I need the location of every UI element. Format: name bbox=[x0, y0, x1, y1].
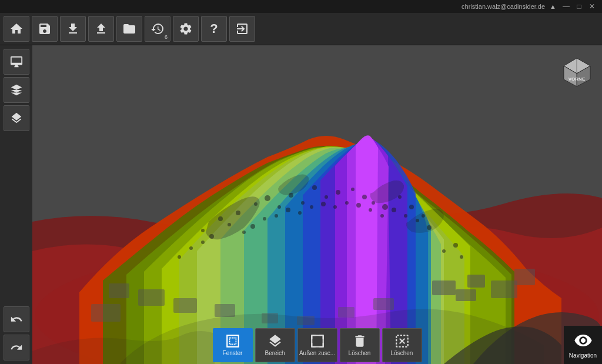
settings-button[interactable] bbox=[173, 16, 199, 42]
history-badge: 6 bbox=[165, 34, 168, 40]
svg-point-41 bbox=[442, 249, 446, 253]
terrain-visualization bbox=[32, 45, 602, 364]
svg-point-33 bbox=[369, 208, 372, 212]
svg-point-27 bbox=[298, 211, 302, 215]
loschen-label-1: Löschen bbox=[349, 350, 371, 356]
svg-rect-55 bbox=[173, 298, 197, 313]
window-controls: — □ ✕ bbox=[561, 1, 597, 12]
svg-point-8 bbox=[289, 193, 293, 198]
redo-button[interactable] bbox=[4, 335, 29, 360]
svg-point-4 bbox=[236, 211, 240, 215]
svg-point-23 bbox=[250, 224, 255, 229]
svg-rect-67 bbox=[227, 335, 239, 347]
svg-point-35 bbox=[392, 208, 396, 212]
svg-point-28 bbox=[310, 205, 313, 209]
svg-rect-48 bbox=[491, 280, 517, 298]
svg-point-22 bbox=[242, 231, 246, 234]
bereich-button[interactable]: Bereich bbox=[255, 328, 295, 362]
svg-point-40 bbox=[201, 241, 205, 244]
titlebar: christian.walz@cadinsider.de ▲ — □ ✕ bbox=[0, 0, 602, 13]
fenster-label: Fenster bbox=[223, 350, 243, 356]
top-toolbar: 6 ? bbox=[0, 13, 602, 45]
folder-button[interactable] bbox=[116, 16, 142, 42]
svg-point-2 bbox=[218, 216, 223, 221]
aussen-label: Außen zusc... bbox=[299, 350, 335, 356]
user-email: christian.walz@cadinsider.de bbox=[461, 3, 545, 10]
svg-point-7 bbox=[277, 205, 281, 209]
navigation-cube[interactable]: VORNE bbox=[558, 51, 596, 89]
svg-point-12 bbox=[336, 190, 340, 195]
svg-point-42 bbox=[453, 243, 458, 248]
svg-point-20 bbox=[201, 229, 205, 232]
svg-point-36 bbox=[404, 214, 407, 218]
svg-rect-56 bbox=[138, 289, 165, 306]
svg-point-44 bbox=[460, 255, 463, 259]
svg-point-9 bbox=[301, 201, 305, 205]
history-button[interactable]: 6 bbox=[145, 16, 170, 42]
save-button[interactable] bbox=[32, 16, 58, 42]
svg-point-11 bbox=[325, 195, 328, 199]
navigation-label: Navigation bbox=[569, 352, 597, 359]
3d-viewport[interactable]: VORNE bbox=[32, 45, 602, 364]
svg-point-18 bbox=[409, 205, 414, 209]
svg-point-24 bbox=[263, 217, 266, 221]
svg-rect-47 bbox=[467, 275, 485, 288]
minimize-button[interactable]: — bbox=[561, 1, 571, 12]
maximize-button[interactable]: □ bbox=[574, 1, 584, 12]
svg-point-21 bbox=[209, 234, 214, 239]
svg-point-29 bbox=[321, 202, 326, 206]
svg-point-19 bbox=[422, 214, 425, 218]
svg-point-5 bbox=[254, 202, 257, 206]
loschen-button-2[interactable]: Löschen bbox=[382, 328, 422, 362]
svg-point-34 bbox=[380, 214, 384, 218]
account-icon: ▲ bbox=[550, 3, 556, 10]
exit-button[interactable] bbox=[229, 16, 255, 42]
close-button[interactable]: ✕ bbox=[587, 1, 597, 12]
svg-rect-45 bbox=[432, 280, 456, 295]
svg-point-37 bbox=[416, 219, 419, 222]
svg-point-3 bbox=[228, 223, 231, 226]
svg-point-13 bbox=[351, 188, 354, 191]
svg-point-39 bbox=[189, 246, 193, 250]
monitor-button[interactable] bbox=[4, 49, 29, 75]
help-button[interactable]: ? bbox=[201, 16, 227, 42]
svg-rect-54 bbox=[215, 304, 235, 317]
bottom-toolbar: Fenster Bereich Außen zusc... Löschen bbox=[32, 326, 602, 364]
svg-point-30 bbox=[333, 205, 337, 209]
svg-point-43 bbox=[178, 255, 181, 259]
download-button[interactable] bbox=[60, 16, 86, 42]
svg-point-6 bbox=[265, 195, 270, 201]
svg-point-10 bbox=[312, 185, 317, 190]
svg-rect-49 bbox=[514, 269, 535, 285]
bereich-label: Bereich bbox=[265, 350, 285, 356]
svg-rect-58 bbox=[91, 304, 121, 322]
svg-rect-69 bbox=[312, 335, 323, 347]
svg-point-17 bbox=[398, 195, 402, 199]
layers-button[interactable] bbox=[4, 105, 29, 131]
home-button[interactable] bbox=[4, 16, 29, 42]
left-sidebar bbox=[0, 45, 32, 364]
svg-rect-46 bbox=[456, 289, 476, 301]
loschen-button-1[interactable]: Löschen bbox=[340, 328, 380, 362]
svg-point-25 bbox=[275, 214, 278, 218]
svg-point-32 bbox=[356, 203, 361, 208]
navigation-button[interactable]: Navigation bbox=[564, 326, 602, 364]
loschen-label-2: Löschen bbox=[391, 350, 413, 356]
svg-rect-50 bbox=[373, 298, 394, 310]
shape-button[interactable] bbox=[4, 77, 29, 103]
svg-point-38 bbox=[427, 225, 432, 230]
aussen-button[interactable]: Außen zusc... bbox=[297, 328, 337, 362]
svg-rect-57 bbox=[109, 283, 129, 298]
svg-text:VORNE: VORNE bbox=[568, 76, 586, 82]
svg-rect-68 bbox=[229, 338, 236, 345]
svg-point-31 bbox=[345, 201, 349, 205]
svg-point-15 bbox=[372, 201, 375, 205]
svg-point-16 bbox=[382, 204, 388, 210]
svg-point-14 bbox=[362, 195, 367, 199]
undo-button[interactable] bbox=[4, 306, 29, 332]
svg-rect-51 bbox=[338, 307, 354, 318]
upload-button[interactable] bbox=[88, 16, 114, 42]
svg-point-26 bbox=[286, 208, 290, 212]
fenster-button[interactable]: Fenster bbox=[213, 328, 253, 362]
